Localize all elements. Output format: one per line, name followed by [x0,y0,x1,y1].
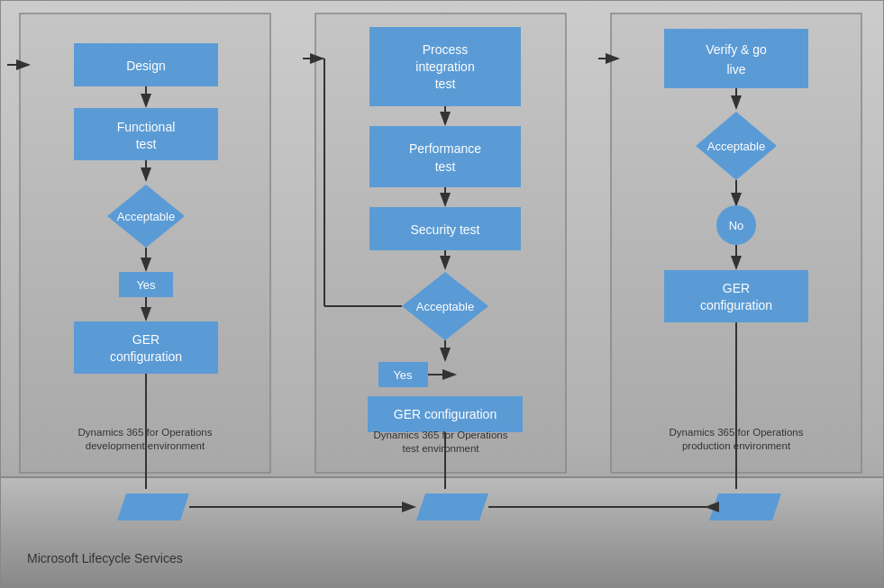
svg-rect-36 [664,270,808,322]
yes-label-1: Yes [136,278,156,292]
pit-label: Process [423,42,469,57]
perf-label: Performance [409,141,481,156]
pit-label3: test [435,77,456,91]
yes-label-2: Yes [393,368,413,382]
main-diagram-svg: Design Functional test Acceptable Yes GE… [0,0,884,588]
pit-label2: integration [415,59,474,74]
ger-config-label-3: GER [723,281,750,295]
security-label: Security test [410,222,479,237]
para-2 [416,493,488,520]
para-3 [709,493,781,520]
functional-test-label: Functional [117,120,176,134]
mls-text-label: Microsoft Lifecycle Services [27,551,183,565]
acceptable-label-3: Acceptable [707,140,765,153]
perf-label2: test [435,159,456,174]
ger-config-label-1: GER [132,332,159,347]
svg-rect-32 [664,29,808,88]
no-label: No [729,219,744,232]
col2-env-label: Dynamics 365 for Operations [374,430,508,440]
para-1 [117,493,189,520]
design-label: Design [126,59,166,73]
ger-config-label-2: GER configuration [394,407,497,421]
acceptable-label-2: Acceptable [416,300,474,313]
ger-config-label-3b: configuration [700,298,772,312]
verify-label2: live [726,62,745,77]
col2-env-label2: test environment [402,443,479,454]
svg-rect-11 [74,108,218,160]
functional-test-label2: test [136,137,157,151]
svg-rect-16 [74,321,218,374]
svg-wrapper: Design Functional test Acceptable Yes GE… [0,0,884,588]
acceptable-label-1: Acceptable [117,210,175,223]
ger-config-label-1b: configuration [110,349,182,364]
svg-rect-20 [369,126,521,187]
verify-label: Verify & go [706,42,767,57]
